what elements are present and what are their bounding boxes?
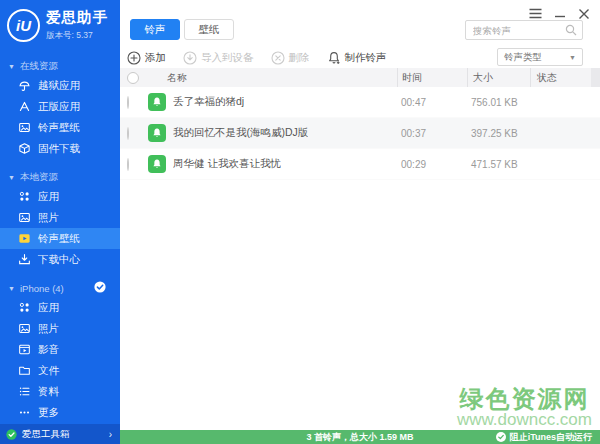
import-button-label: 导入到设备: [201, 51, 254, 65]
select-all-checkbox[interactable]: [127, 72, 139, 84]
app-logo-icon: iU: [7, 9, 40, 42]
circle-delete-icon: [271, 51, 285, 65]
sidebar-item-label: 更多: [38, 406, 59, 420]
connected-check-icon: [94, 281, 106, 295]
ringtone-wallpaper-icon: [18, 121, 31, 134]
sidebar-item-genuine-apps[interactable]: 正版应用: [0, 96, 120, 117]
app-version: 版本号: 5.37: [46, 30, 108, 42]
section-iphone[interactable]: ▼ iPhone (4): [0, 279, 120, 297]
tab-ringtones[interactable]: 铃声: [130, 19, 180, 40]
table-row[interactable]: 我的回忆不是我(海鸣威)DJ版 00:37 397.25 KB: [120, 118, 600, 149]
delete-button-label: 删除: [289, 51, 310, 65]
ringtone-name: 周华健 让我欢喜让我忧: [173, 157, 281, 171]
toolbar: 添加 导入到设备 删除 制作铃声 铃声类型 ▼: [120, 48, 600, 68]
ringtone-size: 471.57 KB: [467, 159, 530, 170]
ringtone-name: 丢了幸福的猪dj: [173, 95, 244, 109]
section-label: 在线资源: [20, 60, 58, 73]
make-ringtone-button-label: 制作铃声: [345, 51, 387, 65]
apps-grid-icon: [18, 190, 31, 203]
files-icon: [18, 364, 31, 377]
sidebar-item-device-apps[interactable]: 应用: [0, 297, 120, 318]
sidebar-item-jailbreak-apps[interactable]: 越狱应用: [0, 75, 120, 96]
sidebar: iU 爱思助手 版本号: 5.37 ▼ 在线资源 越狱应用 正版应用 铃声壁纸 …: [0, 0, 120, 444]
sidebar-item-label: 铃声壁纸: [38, 121, 80, 135]
genuine-app-icon: [18, 100, 31, 113]
menu-icon[interactable]: [529, 7, 542, 20]
caret-down-icon: ▼: [569, 54, 576, 61]
ringtone-bell-icon: [148, 155, 166, 173]
sidebar-item-device-media[interactable]: 影音: [0, 339, 120, 360]
block-itunes-toggle[interactable]: 阻止iTunes自动运行: [496, 430, 592, 444]
sidebar-item-label: 资料: [38, 385, 59, 399]
sidebar-item-label: 应用: [38, 190, 59, 204]
toolbox-footer[interactable]: 爱思工具箱 ›: [0, 424, 120, 444]
status-bar: 3 首铃声，总大小 1.59 MB 阻止iTunes自动运行: [120, 430, 600, 444]
close-icon[interactable]: [577, 7, 590, 20]
sidebar-item-label: 下载中心: [38, 253, 80, 267]
bell-plus-icon: [327, 51, 341, 65]
add-button-label: 添加: [145, 51, 166, 65]
table-row[interactable]: 周华健 让我欢喜让我忧 00:29 471.57 KB: [120, 149, 600, 180]
sidebar-item-device-data[interactable]: 资料: [0, 381, 120, 402]
ringtone-time: 00:37: [397, 128, 467, 139]
make-ringtone-button[interactable]: 制作铃声: [327, 51, 387, 65]
ringtone-type-label: 铃声类型: [504, 51, 542, 64]
search-icon[interactable]: [565, 24, 577, 36]
watermark-url: www.downcc.com: [457, 411, 592, 429]
watermark-title: 绿色资源网: [457, 386, 592, 411]
sidebar-item-device-files[interactable]: 文件: [0, 360, 120, 381]
chevron-down-icon: ▼: [8, 63, 15, 70]
column-name[interactable]: 名称: [146, 68, 397, 87]
section-local-resources[interactable]: ▼ 本地资源: [0, 168, 120, 186]
watermark: 绿色资源网 www.downcc.com: [457, 386, 592, 429]
content-tabs: 铃声 壁纸: [130, 19, 234, 40]
ringtone-time: 00:47: [397, 97, 467, 108]
sidebar-item-device-more[interactable]: 更多: [0, 402, 120, 423]
ringtone-time: 00:29: [397, 159, 467, 170]
apps-grid-icon: [18, 301, 31, 314]
window-controls: [529, 7, 590, 20]
search-box: [465, 20, 583, 40]
column-status[interactable]: 状态: [530, 68, 600, 87]
sidebar-item-download-center[interactable]: 下载中心: [0, 249, 120, 270]
sidebar-item-label: 固件下载: [38, 142, 80, 156]
media-icon: [18, 343, 31, 356]
tab-wallpapers[interactable]: 壁纸: [184, 19, 234, 40]
import-to-device-button[interactable]: 导入到设备: [183, 51, 254, 65]
ringtone-name: 我的回忆不是我(海鸣威)DJ版: [173, 126, 308, 140]
minimize-icon[interactable]: [553, 7, 566, 20]
sidebar-item-device-photos[interactable]: 照片: [0, 318, 120, 339]
add-button[interactable]: 添加: [127, 51, 166, 65]
section-label: 本地资源: [20, 171, 58, 184]
section-online-resources[interactable]: ▼ 在线资源: [0, 57, 120, 75]
sidebar-item-local-photos[interactable]: 照片: [0, 207, 120, 228]
firmware-download-icon: [18, 142, 31, 155]
ringtone-wallpaper-selected-icon: [18, 232, 31, 245]
sidebar-item-label: 照片: [38, 322, 59, 336]
table-row[interactable]: 丢了幸福的猪dj 00:47 756.01 KB: [120, 87, 600, 118]
photos-icon: [18, 211, 31, 224]
sidebar-item-ringtone-wallpaper-local[interactable]: 铃声壁纸: [0, 228, 120, 249]
row-checkbox[interactable]: [127, 96, 129, 109]
toolbox-label: 爱思工具箱: [22, 428, 70, 441]
status-summary: 3 首铃声，总大小 1.59 MB: [306, 431, 413, 444]
chevron-down-icon: ▼: [8, 285, 15, 292]
column-time[interactable]: 时间: [397, 68, 467, 87]
sidebar-item-local-apps[interactable]: 应用: [0, 186, 120, 207]
row-checkbox[interactable]: [127, 158, 129, 171]
row-checkbox[interactable]: [127, 127, 129, 140]
delete-button[interactable]: 删除: [271, 51, 310, 65]
ringtone-bell-icon: [148, 124, 166, 142]
scrollbar-stub[interactable]: [591, 68, 600, 87]
jailbreak-app-icon: [18, 79, 31, 92]
sidebar-item-label: 影音: [38, 343, 59, 357]
main-panel: 铃声 壁纸 添加 导入到设备 删除 制作铃声 铃声类型 ▼: [120, 0, 600, 444]
sidebar-item-label: 越狱应用: [38, 79, 80, 93]
sidebar-item-firmware-download[interactable]: 固件下载: [0, 138, 120, 159]
column-size[interactable]: 大小: [467, 68, 530, 87]
download-center-icon: [18, 253, 31, 266]
ringtone-type-select[interactable]: 铃声类型 ▼: [497, 48, 583, 66]
search-input[interactable]: [466, 25, 565, 36]
circle-plus-icon: [127, 51, 141, 65]
sidebar-item-ringtone-wallpaper-online[interactable]: 铃声壁纸: [0, 117, 120, 138]
